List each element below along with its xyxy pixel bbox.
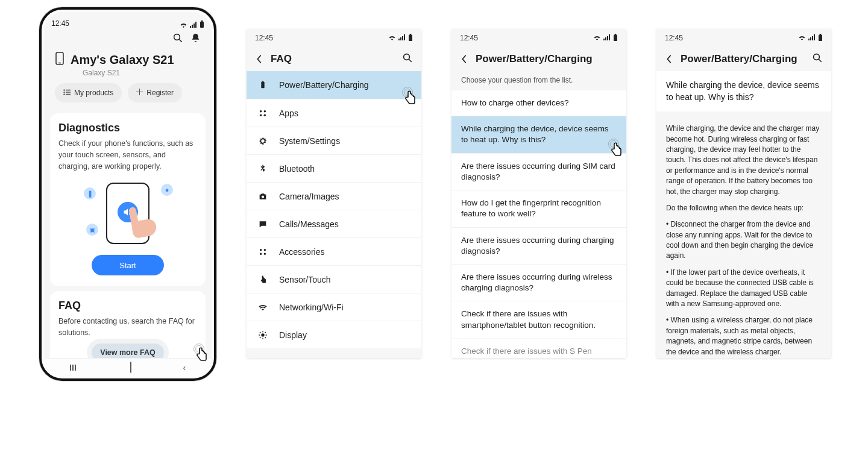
faq-category-item[interactable]: Bluetooth bbox=[247, 154, 421, 182]
faq-category-item[interactable]: Networking/Wi-Fi bbox=[247, 293, 421, 321]
faq-question-item[interactable]: Are there issues occurring during chargi… bbox=[451, 227, 626, 264]
page-title: Power/Battery/Charging bbox=[476, 53, 618, 65]
phone-icon bbox=[55, 52, 64, 67]
faq-question-item[interactable]: Are there issues occurring during wirele… bbox=[451, 264, 626, 301]
chip-label: My products bbox=[74, 89, 113, 97]
faq-category-label: Networking/Wi-Fi bbox=[279, 303, 344, 312]
device-model: Galaxy S21 bbox=[54, 69, 202, 77]
svg-point-27 bbox=[261, 333, 264, 336]
back-icon[interactable] bbox=[665, 54, 673, 64]
mic-bubble-icon: ● bbox=[161, 184, 173, 196]
signal-icon bbox=[190, 22, 197, 28]
phone-frame-1: 12:45 bbox=[39, 7, 216, 381]
answer-paragraph: Do the following when the device heats u… bbox=[666, 203, 822, 213]
svg-rect-0 bbox=[200, 22, 204, 28]
svg-point-10 bbox=[63, 93, 64, 95]
faq-question-item[interactable]: While charging the device, device seems … bbox=[451, 116, 626, 152]
home-button[interactable] bbox=[130, 362, 131, 373]
faq-category-label: Bluetooth bbox=[279, 164, 315, 174]
status-bar: 12:45 bbox=[451, 29, 626, 47]
status-bar: 12:45 bbox=[247, 29, 421, 47]
back-icon[interactable] bbox=[255, 54, 263, 64]
svg-line-41 bbox=[819, 59, 822, 62]
device-title: Amy's Galaxy S21 bbox=[71, 53, 174, 67]
answer-paragraph: • Disconnect the charger from the device… bbox=[666, 219, 822, 262]
answer-body: While charging, the device and the charg… bbox=[656, 124, 831, 357]
faq-category-item[interactable]: Calls/Messages bbox=[247, 210, 421, 237]
svg-point-40 bbox=[814, 54, 820, 60]
plus-icon bbox=[136, 89, 143, 97]
status-bar: 12:45 bbox=[656, 29, 831, 47]
touch-icon bbox=[257, 275, 268, 284]
svg-line-15 bbox=[409, 59, 412, 62]
svg-point-20 bbox=[260, 114, 262, 116]
svg-line-3 bbox=[179, 39, 182, 42]
faq-category-item[interactable]: Accessories bbox=[247, 237, 421, 265]
svg-point-22 bbox=[262, 195, 264, 198]
battery-icon bbox=[257, 80, 268, 90]
start-button[interactable]: Start bbox=[92, 255, 164, 275]
faq-category-label: Calls/Messages bbox=[279, 219, 339, 229]
back-icon[interactable] bbox=[460, 54, 468, 64]
faq-category-label: Display bbox=[279, 330, 307, 340]
faq-category-item[interactable]: Display bbox=[247, 321, 421, 348]
status-time: 12:45 bbox=[665, 34, 683, 42]
status-bar: 12:45 bbox=[44, 12, 212, 28]
wifi-icon bbox=[180, 22, 187, 28]
signal-icon bbox=[808, 34, 816, 42]
back-button[interactable]: ‹ bbox=[183, 363, 186, 372]
status-time: 12:45 bbox=[51, 19, 69, 28]
chip-label: Register bbox=[146, 89, 174, 97]
page-title: FAQ bbox=[271, 53, 395, 65]
faq-category-label: System/Settings bbox=[279, 136, 340, 146]
search-icon[interactable] bbox=[172, 33, 183, 46]
phone-screen-1: 12:45 bbox=[44, 12, 212, 376]
svg-rect-13 bbox=[410, 34, 412, 35]
search-icon[interactable] bbox=[402, 52, 413, 66]
faq-questions-screen: 12:45 Power/Battery/Charging Choose your… bbox=[451, 29, 626, 358]
camera-icon bbox=[257, 192, 268, 201]
search-icon[interactable] bbox=[812, 52, 823, 66]
bt-icon bbox=[257, 164, 268, 174]
faq-category-label: Camera/Images bbox=[279, 192, 339, 201]
svg-line-35 bbox=[265, 332, 266, 333]
faq-title: FAQ bbox=[58, 300, 197, 312]
faq-category-item[interactable]: Camera/Images bbox=[247, 182, 421, 210]
signal-icon bbox=[603, 34, 611, 42]
faq-question-item[interactable]: Check if there are issues with smartphon… bbox=[451, 301, 626, 337]
faq-category-item[interactable]: Power/Battery/Charging bbox=[247, 71, 421, 99]
svg-rect-7 bbox=[66, 90, 71, 91]
faq-question-item[interactable]: Are there issues occurring during SIM ca… bbox=[451, 153, 626, 190]
bell-icon[interactable] bbox=[190, 33, 201, 46]
faq-category-item[interactable]: Apps bbox=[247, 99, 421, 127]
svg-rect-1 bbox=[201, 20, 203, 22]
faq-question-item[interactable]: Check if there are issues with S Pen rec… bbox=[451, 338, 626, 358]
faq-body: Before contacting us, search the FAQ for… bbox=[58, 316, 197, 339]
answer-paragraph: • If the lower part of the device overhe… bbox=[666, 268, 822, 310]
faq-category-list: Power/Battery/ChargingAppsSystem/Setting… bbox=[247, 71, 421, 348]
svg-point-19 bbox=[264, 110, 266, 111]
bright-icon bbox=[257, 330, 268, 340]
register-chip[interactable]: Register bbox=[128, 83, 182, 102]
faq-answer-screen: 12:45 Power/Battery/Charging While charg… bbox=[656, 29, 831, 358]
svg-point-2 bbox=[174, 34, 180, 40]
diagnostics-card: Diagnostics Check if your phone's functi… bbox=[50, 113, 206, 286]
view-more-faq-button[interactable]: View more FAQ bbox=[92, 344, 163, 358]
wifi-icon bbox=[798, 34, 806, 42]
svg-rect-16 bbox=[261, 82, 264, 89]
faq-category-item[interactable]: System/Settings bbox=[247, 127, 421, 154]
faq-question-item[interactable]: How do I get the fingerprint recognition… bbox=[451, 190, 626, 227]
page-title: Power/Battery/Charging bbox=[681, 53, 805, 65]
faq-category-item[interactable]: Sensor/Touch bbox=[247, 265, 421, 293]
faq-question-item[interactable]: How to charge other devices? bbox=[451, 90, 626, 116]
svg-point-23 bbox=[260, 248, 262, 250]
recents-button[interactable] bbox=[70, 365, 78, 371]
answer-paragraph: While charging, the device and the charg… bbox=[666, 124, 822, 197]
svg-point-21 bbox=[264, 114, 266, 116]
faq-category-label: Apps bbox=[279, 108, 298, 118]
svg-line-32 bbox=[260, 332, 260, 333]
svg-rect-37 bbox=[615, 34, 617, 35]
my-products-chip[interactable]: My products bbox=[55, 83, 122, 102]
list-icon bbox=[63, 89, 71, 97]
battery-icon bbox=[613, 34, 618, 43]
